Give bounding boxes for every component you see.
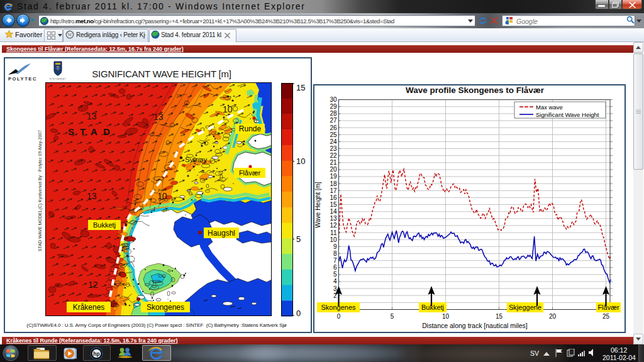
svg-text:Flåvær: Flåvær [239,169,261,177]
svg-text:W: W [67,32,72,38]
svg-text:22: 22 [330,152,337,159]
svg-text:Haugshl: Haugshl [208,229,235,238]
svg-text:POLYTEC: POLYTEC [8,76,37,82]
svg-text:16: 16 [330,194,337,201]
svg-text:13: 13 [330,215,337,222]
svg-text:29: 29 [330,103,337,110]
svg-text:Skongenes: Skongenes [147,303,184,312]
svg-text:9: 9 [333,243,337,250]
svg-text:Svinøy: Svinøy [185,156,207,163]
svg-text:15: 15 [330,201,337,208]
svg-text:Significant Wave Height: Significant Wave Height [536,111,599,118]
svg-text:0: 0 [296,309,301,317]
svg-text:5: 5 [296,234,301,244]
svg-text:Max wave: Max wave [536,104,563,111]
svg-text:11: 11 [330,229,337,236]
svg-text:15: 15 [296,83,305,92]
svg-text:24: 24 [330,138,337,145]
svg-text:10: 10 [157,191,167,201]
svg-text:10: 10 [223,104,233,114]
svg-text:Bukketj: Bukketj [93,221,116,229]
svg-text:3: 3 [333,285,337,292]
svg-text:0: 0 [337,313,341,320]
svg-text:21: 21 [330,159,337,166]
svg-text:5: 5 [391,313,394,320]
svg-text:19: 19 [330,173,337,180]
svg-text:25: 25 [602,313,610,320]
svg-text:26: 26 [330,124,337,131]
svg-text:13: 13 [153,112,164,122]
svg-text:6: 6 [333,264,337,271]
svg-text:20: 20 [330,166,337,173]
svg-text:20: 20 [549,313,557,320]
svg-text:28: 28 [330,110,337,117]
svg-text:12: 12 [88,280,98,290]
svg-text:Flåvær: Flåvær [597,304,619,311]
svg-text:17: 17 [330,187,337,194]
svg-text:23: 23 [330,145,337,152]
svg-text:STAD: STAD [68,126,116,137]
svg-text:27: 27 [330,117,337,124]
svg-text:10: 10 [442,313,450,320]
svg-text:Kråkenes: Kråkenes [73,303,105,312]
svg-text:Bukketj: Bukketj [421,304,444,311]
svg-text:Wave Height [m]: Wave Height [m] [314,182,321,228]
svg-text:14: 14 [330,208,337,215]
svg-text:13: 13 [87,191,97,201]
svg-text:8: 8 [333,250,337,257]
svg-text:Runde: Runde [239,124,262,133]
svg-text:5: 5 [333,271,337,278]
svg-text:25: 25 [330,131,337,138]
svg-text:7: 7 [333,257,337,264]
svg-text:18: 18 [330,180,337,187]
svg-text:10: 10 [296,156,305,166]
svg-text:hp: hp [93,351,99,357]
svg-text:30: 30 [330,96,337,103]
svg-text:KYSTVERKET: KYSTVERKET [50,78,66,80]
svg-text:15: 15 [496,313,503,320]
svg-text:Distance along track [nautical: Distance along track [nautical miles] [422,322,528,329]
svg-text:10: 10 [330,236,337,243]
svg-text:4: 4 [333,278,337,285]
svg-text:12: 12 [330,222,337,229]
svg-text:13: 13 [87,111,97,121]
